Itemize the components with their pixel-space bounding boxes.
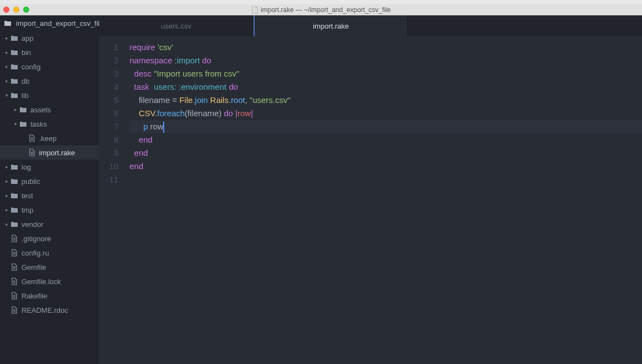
- tree-folder-bin[interactable]: ▸bin: [0, 45, 99, 59]
- chevron-right-icon: ▸: [3, 78, 10, 84]
- folder-icon: [3, 19, 12, 27]
- tree-item-label: app: [21, 34, 34, 42]
- file-icon: [10, 263, 19, 271]
- chevron-right-icon: ▸: [3, 50, 10, 55]
- code-line: namespace :import do: [130, 54, 642, 67]
- tree-folder-assets[interactable]: ▸assets: [0, 102, 99, 117]
- code-content[interactable]: require 'csv' namespace :import do desc …: [124, 36, 642, 364]
- tree-folder-config[interactable]: ▸config: [0, 59, 99, 74]
- tab-users-csv[interactable]: users.csv: [99, 15, 253, 36]
- chevron-right-icon: ▸: [3, 193, 10, 198]
- code-line: desc "Import users from csv": [130, 67, 642, 80]
- tree-folder-db[interactable]: ▸db: [0, 74, 99, 88]
- line-number: 1: [99, 41, 118, 54]
- tree-folder-log[interactable]: ▸log: [0, 160, 99, 174]
- titlebar: import.rake — ~/import_and_export_csv_fi…: [0, 4, 642, 15]
- tree-file-import-rake[interactable]: import.rake: [0, 145, 99, 160]
- folder-icon: [10, 48, 19, 56]
- tree-item-label: Rakefile: [21, 292, 47, 300]
- tree-file-README-rdoc[interactable]: README.rdoc: [0, 303, 99, 317]
- tree-item-label: Gemfile.lock: [21, 278, 61, 286]
- file-icon: [10, 249, 19, 257]
- line-number: 3: [99, 67, 118, 80]
- traffic-lights: [3, 7, 29, 13]
- file-icon: [10, 235, 19, 242]
- text-cursor: [163, 122, 164, 133]
- code-line: task users: :environment do: [130, 80, 642, 94]
- folder-icon: [10, 91, 19, 99]
- tree-item-label: Gemfile: [21, 263, 46, 271]
- project-header[interactable]: import_and_export_csv_fil: [0, 15, 99, 31]
- code-line: p row: [130, 120, 642, 133]
- folder-icon: [10, 34, 19, 42]
- tree-file-Gemfile[interactable]: Gemfile: [0, 260, 99, 274]
- tree-folder-public[interactable]: ▸public: [0, 174, 99, 188]
- tree-folder-tasks[interactable]: ▾tasks: [0, 117, 99, 131]
- tree-item-label: .gitignore: [21, 235, 51, 243]
- folder-icon: [10, 77, 19, 85]
- tree-item-label: tmp: [21, 206, 34, 214]
- tab-import-rake[interactable]: import.rake: [253, 15, 408, 36]
- project-name-label: import_and_export_csv_fil: [16, 19, 99, 28]
- minimize-button[interactable]: [13, 7, 19, 13]
- tree-item-label: lib: [21, 91, 29, 100]
- folder-icon: [10, 177, 19, 185]
- tree-folder-app[interactable]: ▸app: [0, 31, 99, 45]
- file-icon: [10, 278, 19, 285]
- folder-icon: [10, 163, 19, 171]
- window-title: import.rake — ~/import_and_export_csv_fi…: [251, 6, 391, 14]
- tree-item-label: .keep: [39, 134, 57, 143]
- code-line: filename = File.join Rails.root, "users.…: [130, 94, 642, 107]
- tree-file-config-ru[interactable]: config.ru: [0, 246, 99, 260]
- line-number: 6: [99, 107, 118, 120]
- folder-icon: [10, 220, 19, 228]
- chevron-down-icon: ▾: [12, 121, 19, 127]
- tree-folder-lib[interactable]: ▾lib: [0, 88, 99, 102]
- tree-item-label: vendor: [21, 220, 44, 229]
- line-number: 2: [99, 54, 118, 67]
- line-number: 9: [99, 146, 118, 160]
- tree-item-label: log: [21, 163, 31, 171]
- file-icon: [10, 292, 19, 300]
- tree-file--gitignore[interactable]: .gitignore: [0, 231, 99, 246]
- line-number: 11: [99, 173, 118, 186]
- tree-folder-vendor[interactable]: ▸vendor: [0, 217, 99, 231]
- code-line: CSV.foreach(filename) do |row|: [130, 107, 642, 120]
- tree-item-label: public: [21, 177, 40, 186]
- code-line: [130, 173, 642, 186]
- chevron-right-icon: ▸: [3, 64, 10, 69]
- folder-icon: [19, 106, 28, 113]
- tree-file-Gemfile-lock[interactable]: Gemfile.lock: [0, 274, 99, 289]
- tree-item-label: import.rake: [39, 149, 75, 157]
- file-tree: ▸app▸bin▸config▸db▾lib▸assets▾tasks.keep…: [0, 31, 99, 317]
- folder-icon: [10, 206, 19, 214]
- chevron-down-icon: ▾: [3, 93, 10, 98]
- maximize-button[interactable]: [23, 7, 29, 13]
- chevron-right-icon: ▸: [3, 178, 10, 184]
- document-icon: [251, 6, 258, 14]
- menubar-stub: [0, 0, 642, 4]
- code-line: require 'csv': [130, 41, 642, 54]
- tree-item-label: test: [21, 192, 33, 200]
- tree-item-label: config: [21, 63, 41, 71]
- tree-file-Rakefile[interactable]: Rakefile: [0, 289, 99, 303]
- folder-icon: [10, 63, 19, 70]
- code-line: end: [130, 160, 642, 173]
- tree-item-label: README.rdoc: [21, 306, 68, 314]
- code-area: 1234567891011 require 'csv' namespace :i…: [99, 36, 642, 364]
- tree-item-label: assets: [30, 106, 51, 114]
- close-button[interactable]: [3, 7, 9, 13]
- chevron-right-icon: ▸: [3, 164, 10, 170]
- tree-folder-tmp[interactable]: ▸tmp: [0, 203, 99, 217]
- file-icon: [28, 134, 36, 142]
- chevron-right-icon: ▸: [3, 221, 10, 227]
- tree-file--keep[interactable]: .keep: [0, 131, 99, 145]
- chevron-right-icon: ▸: [3, 207, 10, 213]
- file-tree-sidebar: import_and_export_csv_fil ▸app▸bin▸confi…: [0, 15, 99, 364]
- folder-icon: [10, 192, 19, 199]
- window-title-text: import.rake — ~/import_and_export_csv_fi…: [261, 6, 391, 14]
- tree-folder-test[interactable]: ▸test: [0, 188, 99, 203]
- tab-bar: users.csvimport.rake: [99, 15, 642, 36]
- chevron-right-icon: ▸: [3, 35, 10, 41]
- line-number: 7: [99, 120, 118, 133]
